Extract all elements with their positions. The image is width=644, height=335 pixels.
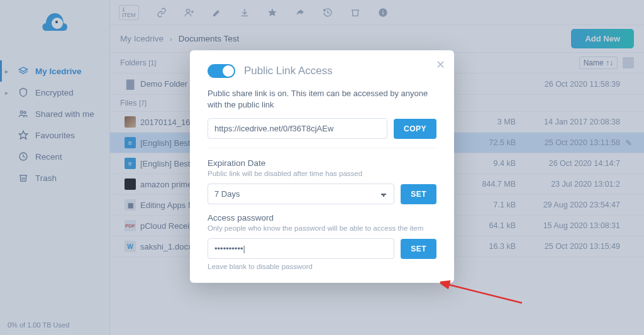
modal-overlay[interactable]: ✕ Public Link Access Public share link i… [0,0,644,335]
svg-line-15 [447,284,522,303]
expiration-label: Expiration Date [208,158,436,168]
modal-description: Public share link is on. This item can b… [208,88,436,111]
copy-button[interactable]: COPY [394,119,436,139]
password-hint: Leave blank to disable password [208,263,436,270]
public-link-toggle[interactable] [208,64,235,78]
annotation-arrow [440,278,528,309]
password-input[interactable] [208,238,394,259]
password-label: Access password [208,213,436,222]
password-help: Only people who know the password will b… [208,224,436,232]
expiration-help: Public link will be disabled after time … [208,170,436,177]
share-link-input[interactable] [208,118,387,139]
public-link-modal: ✕ Public Link Access Public share link i… [190,50,454,283]
set-expiration-button[interactable]: SET [401,184,436,204]
modal-title: Public Link Access [244,65,333,77]
close-icon[interactable]: ✕ [436,58,445,72]
set-password-button[interactable]: SET [401,239,436,259]
expiration-select[interactable]: 7 Days [208,184,394,204]
